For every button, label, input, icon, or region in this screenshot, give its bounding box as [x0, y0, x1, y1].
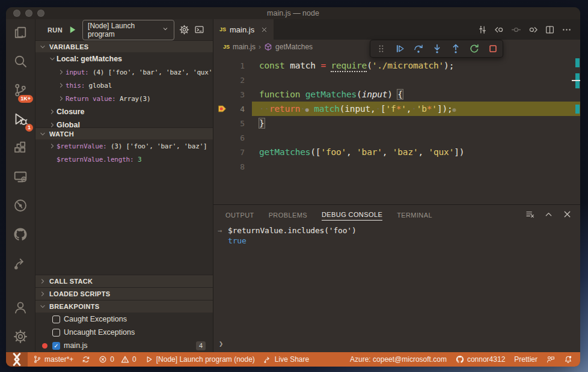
status-label: Live Share — [275, 355, 309, 364]
breakpoint-checkbox[interactable] — [52, 329, 60, 337]
activity-item-live-share[interactable] — [6, 250, 35, 279]
status-live-share[interactable]: Live Share — [263, 355, 309, 364]
step-out-icon[interactable] — [450, 43, 461, 54]
status-git-branch[interactable]: master*+ — [33, 355, 73, 364]
variable-name: $returnValue: — [57, 142, 107, 150]
activity-item-github[interactable] — [6, 221, 35, 250]
close-panel-icon[interactable] — [563, 210, 572, 219]
stop-icon[interactable] — [488, 43, 498, 54]
console-row: true — [213, 236, 580, 246]
section-header-call-stack[interactable]: CALL STACK — [35, 275, 213, 287]
remote-icon — [13, 169, 28, 186]
activity-item-settings[interactable] — [6, 323, 35, 352]
next-change-icon[interactable] — [528, 25, 538, 35]
status-prettier[interactable]: Prettier — [514, 355, 537, 364]
activity-item-run-and-debug[interactable]: 1 — [6, 106, 35, 135]
step-into-icon[interactable] — [432, 43, 443, 54]
editor-title-actions — [477, 19, 580, 40]
line-number: 8 — [213, 159, 252, 174]
breakpoint-row[interactable]: Uncaught Exceptions — [35, 326, 213, 339]
code-line-4[interactable]: 4··return·● match(input,·['f*',·'b*']);● — [213, 102, 580, 116]
run-label: RUN — [47, 26, 63, 34]
configure-launch-gear-icon[interactable] — [179, 25, 189, 35]
panel-tab-terminal[interactable]: TERMINAL — [397, 208, 432, 221]
scope-row-local-getmatches[interactable]: Local: getMatches — [35, 52, 213, 66]
activity-item-remote-explorer[interactable] — [6, 163, 35, 192]
section-header-label: LOADED SCRIPTS — [49, 290, 110, 297]
breakpoint-checkbox[interactable] — [52, 316, 60, 323]
activity-item-extensions[interactable] — [6, 135, 35, 163]
red-breakpoint-dot — [42, 343, 47, 349]
current-execution-breakpoint-icon[interactable] — [218, 104, 227, 115]
code-line-5[interactable]: 5} — [213, 116, 580, 130]
sync-icon — [82, 355, 90, 364]
breakpoint-row[interactable]: ✓main.js4 — [35, 339, 213, 352]
code-editor[interactable]: 1const match = require('./micromatch');2… — [213, 54, 580, 204]
code-line-8[interactable]: 8 — [213, 159, 580, 174]
section-header-breakpoints[interactable]: BREAKPOINTS — [35, 300, 213, 313]
code-line-7[interactable]: 7getMatches(['foo', 'bar', 'baz', 'qux']… — [213, 145, 580, 159]
status-notifications[interactable] — [564, 355, 572, 364]
breadcrumb-getmatches[interactable]: getMatches — [264, 43, 313, 51]
error-icon — [99, 355, 107, 364]
chevron-right-icon — [47, 109, 57, 115]
split-editor-icon[interactable] — [545, 25, 555, 35]
code-line-6[interactable]: 6 — [213, 130, 580, 145]
tab-main-js[interactable]: JS main.js — [213, 19, 274, 40]
scope-row-global[interactable]: Global — [35, 118, 213, 127]
maximize-panel-icon[interactable] — [544, 210, 553, 219]
breakpoint-checkbox[interactable]: ✓ — [52, 342, 60, 350]
console-result: true — [213, 236, 247, 245]
variable-row[interactable]: input: (4) ['foo', 'bar', 'baz', 'qux'] — [35, 66, 213, 79]
scope-row-closure[interactable]: Closure — [35, 105, 213, 118]
variable-row[interactable]: Return value: Array(3) — [35, 92, 213, 105]
launch-config-dropdown[interactable]: [Node] Launch program — [82, 20, 174, 40]
code-line-3[interactable]: 3function getMatches(input) { — [213, 87, 580, 102]
debug-console-input-prompt[interactable]: ❯ — [219, 340, 223, 348]
watch-section-header[interactable]: WATCH — [35, 127, 213, 139]
activity-item-azure[interactable] — [6, 192, 35, 221]
compare-changes-icon[interactable] — [477, 25, 488, 35]
open-debug-console-icon[interactable] — [194, 25, 204, 35]
open-changes-icon[interactable] — [511, 25, 521, 35]
remote-indicator[interactable] — [6, 352, 28, 367]
panel-tab-debug-console[interactable]: DEBUG CONSOLE — [322, 207, 382, 221]
code-line-2[interactable]: 2 — [213, 73, 580, 87]
variable-row[interactable]: this: global — [35, 79, 213, 92]
activity-item-source-control[interactable]: 1K+ — [6, 77, 35, 106]
section-header-loaded-scripts[interactable]: LOADED SCRIPTS — [35, 287, 213, 300]
start-debugging-button[interactable] — [67, 25, 78, 35]
code-line-1[interactable]: 1const match = require('./micromatch'); — [213, 58, 580, 73]
more-actions-icon[interactable] — [562, 25, 572, 35]
activity-item-explorer[interactable] — [6, 19, 35, 48]
status-label: [Node] Launch program (node) — [156, 355, 255, 364]
activity-item-search[interactable] — [6, 48, 35, 77]
status-label: master*+ — [44, 355, 73, 364]
status-azure-account[interactable]: Azure: copeet@microsoft.com — [350, 355, 447, 364]
titlebar[interactable]: main.js — node — [6, 7, 580, 19]
variables-section-header[interactable]: VARIABLES — [35, 40, 213, 52]
previous-change-icon[interactable] — [494, 25, 504, 35]
status-sync[interactable] — [82, 355, 90, 364]
drag-grip-icon[interactable] — [376, 43, 387, 54]
breakpoint-row[interactable]: Caught Exceptions — [35, 313, 213, 326]
status-feedback[interactable] — [547, 355, 555, 364]
breadcrumb-main-js[interactable]: JSmain.js — [223, 43, 256, 51]
status-problems[interactable]: 00 — [99, 355, 136, 364]
status-debug-launch[interactable]: [Node] Launch program (node) — [145, 355, 255, 364]
clear-console-icon[interactable] — [525, 210, 534, 219]
debug-console-output[interactable]: ❯ →$returnValue.includes('foo')true — [213, 223, 580, 352]
status-github-account[interactable]: connor4312 — [456, 355, 505, 364]
variable-row[interactable]: $returnValue: (3) ['foo', 'bar', 'baz'] — [35, 139, 213, 153]
variable-row[interactable]: $returnValue.length: 3 — [35, 153, 213, 166]
scope-label: Local: getMatches — [57, 55, 122, 63]
restart-icon[interactable] — [469, 43, 480, 54]
debug-toolbar — [370, 40, 503, 58]
step-over-icon[interactable] — [413, 43, 424, 54]
activity-item-accounts[interactable] — [6, 294, 35, 323]
close-tab-icon[interactable] — [261, 26, 268, 33]
overview-ruler[interactable] — [574, 54, 580, 204]
panel-tab-output[interactable]: OUTPUT — [225, 208, 254, 221]
continue-icon[interactable] — [394, 43, 405, 54]
panel-tab-problems[interactable]: PROBLEMS — [269, 208, 307, 221]
